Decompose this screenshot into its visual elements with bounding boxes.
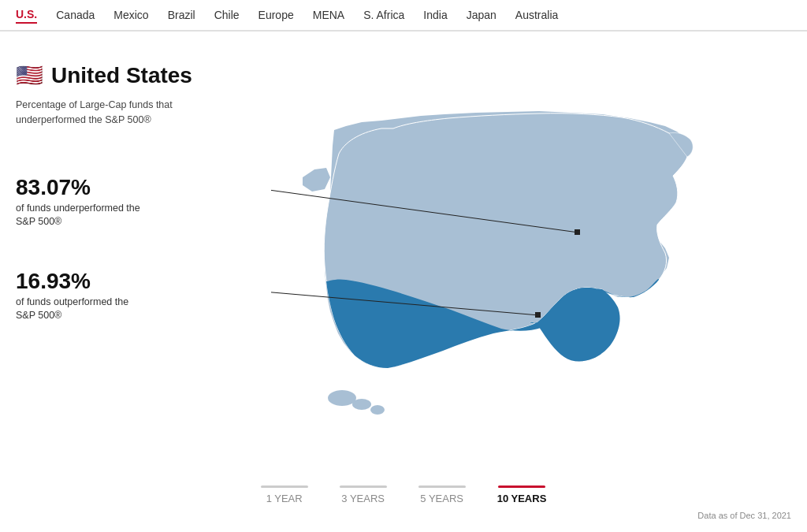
country-title: 🇺🇸 United States bbox=[16, 63, 284, 88]
svg-point-2 bbox=[370, 405, 385, 415]
nav-item-australia[interactable]: Australia bbox=[515, 7, 558, 23]
main-content: 🇺🇸 United States Percentage of Large-Cap… bbox=[0, 32, 807, 528]
nav-item-india[interactable]: India bbox=[423, 7, 447, 23]
tab-label: 3 YEARS bbox=[341, 493, 385, 504]
svg-point-1 bbox=[352, 399, 371, 410]
tab-line bbox=[340, 485, 387, 488]
nav-item-japan[interactable]: Japan bbox=[467, 7, 496, 23]
usa-map bbox=[271, 71, 807, 481]
data-source: Data as of Dec 31, 2021 bbox=[697, 511, 791, 520]
subtitle: Percentage of Large-Cap funds that under… bbox=[16, 98, 284, 128]
tab-label: 5 YEARS bbox=[420, 493, 463, 504]
tab-line bbox=[418, 485, 466, 488]
nav-item-europe[interactable]: Europe bbox=[258, 7, 294, 23]
outperform-description: of funds outperformed the S&P 500® bbox=[16, 296, 173, 323]
connector-dot-1 bbox=[575, 229, 580, 235]
time-tab-3-years[interactable]: 3 YEARS bbox=[340, 485, 387, 504]
map-container bbox=[271, 71, 807, 481]
stat-outperform: 16.93% of funds outperformed the S&P 500… bbox=[16, 269, 284, 323]
stats-section: 83.07% of funds underperformed the S&P 5… bbox=[16, 175, 284, 323]
underperform-description: of funds underperformed the S&P 500® bbox=[16, 202, 173, 229]
tab-line bbox=[498, 485, 545, 488]
time-tab-10-years[interactable]: 10 YEARS bbox=[497, 485, 547, 504]
country-name: United States bbox=[51, 63, 192, 88]
tab-label: 10 YEARS bbox=[497, 493, 547, 504]
connector-dot-2 bbox=[535, 312, 541, 318]
nav-item-brazil[interactable]: Brazil bbox=[168, 7, 195, 23]
outperform-percentage: 16.93% bbox=[16, 269, 284, 294]
svg-point-0 bbox=[328, 390, 356, 406]
time-tab-5-years[interactable]: 5 YEARS bbox=[418, 485, 466, 504]
nav-item-mena[interactable]: MENA bbox=[313, 7, 344, 23]
top-navigation: U.S.CanadaMexicoBrazilChileEuropeMENAS. … bbox=[0, 0, 807, 32]
nav-item-mexico[interactable]: Mexico bbox=[113, 7, 148, 23]
underperform-percentage: 83.07% bbox=[16, 175, 284, 200]
left-panel: 🇺🇸 United States Percentage of Large-Cap… bbox=[16, 55, 284, 512]
stat-underperform: 83.07% of funds underperformed the S&P 5… bbox=[16, 175, 284, 229]
nav-item-u-s-[interactable]: U.S. bbox=[16, 6, 37, 24]
nav-item-canada[interactable]: Canada bbox=[56, 7, 95, 23]
nav-item-s--africa[interactable]: S. Africa bbox=[363, 7, 404, 23]
flag-icon: 🇺🇸 bbox=[16, 65, 43, 87]
nav-item-chile[interactable]: Chile bbox=[214, 7, 240, 23]
